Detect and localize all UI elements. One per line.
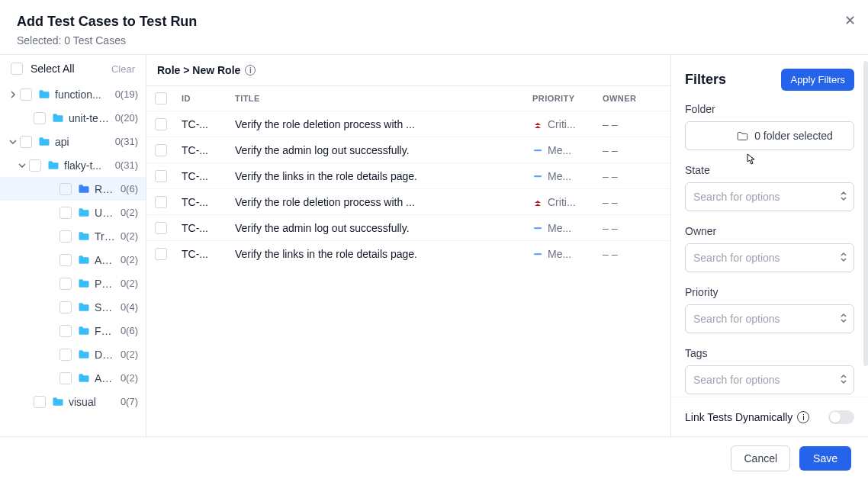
tags-filter-select[interactable]: Search for options bbox=[685, 365, 854, 394]
folder-count: 0(19) bbox=[115, 88, 138, 100]
clear-button[interactable]: Clear bbox=[111, 63, 135, 75]
table-row[interactable]: TC-...Verify the role deletion process w… bbox=[146, 111, 670, 137]
folder-row[interactable]: Func...0(6) bbox=[0, 319, 146, 342]
folder-count: 0(31) bbox=[115, 136, 138, 147]
header-checkbox[interactable] bbox=[155, 92, 167, 104]
row-checkbox[interactable] bbox=[155, 196, 167, 208]
folder-checkbox[interactable] bbox=[59, 278, 72, 290]
info-icon[interactable]: i bbox=[797, 411, 809, 423]
priority-medium-icon bbox=[532, 171, 543, 182]
link-dynamically-label: Link Tests Dynamically bbox=[685, 411, 792, 423]
link-dynamically-toggle[interactable] bbox=[828, 410, 854, 424]
folder-checkbox[interactable] bbox=[34, 396, 46, 408]
folder-checkbox[interactable] bbox=[29, 159, 41, 172]
table-row[interactable]: TC-...Verify the links in the role detai… bbox=[146, 162, 670, 188]
folder-count: 0(2) bbox=[121, 349, 138, 360]
folder-checkbox[interactable] bbox=[59, 230, 72, 243]
filters-panel: Filters Apply Filters Folder 0 folder se… bbox=[671, 55, 868, 436]
modal-header: Add Test Cases to Test Run Selected: 0 T… bbox=[0, 0, 868, 54]
folder-row[interactable]: Appli...0(2) bbox=[0, 366, 146, 390]
row-checkbox[interactable] bbox=[155, 222, 167, 234]
folder-count: 0(2) bbox=[121, 207, 138, 218]
close-icon[interactable]: ✕ bbox=[844, 12, 856, 29]
col-title: TITLE bbox=[229, 94, 526, 103]
folder-name: function... bbox=[55, 88, 112, 101]
modal-footer: Cancel Save bbox=[0, 436, 868, 479]
folder-checkbox[interactable] bbox=[34, 112, 46, 124]
folder-row[interactable]: unit-tests0(20) bbox=[0, 106, 146, 130]
folder-checkbox[interactable] bbox=[59, 301, 72, 313]
priority-medium-icon bbox=[532, 249, 543, 259]
folder-count: 0(2) bbox=[121, 254, 138, 265]
table-row[interactable]: TC-...Verify the admin log out successfu… bbox=[146, 214, 670, 240]
folder-row[interactable]: Usab...0(2) bbox=[0, 201, 146, 224]
row-checkbox[interactable] bbox=[155, 144, 167, 156]
folder-checkbox[interactable] bbox=[59, 183, 72, 195]
folder-row[interactable]: api0(31) bbox=[0, 130, 146, 153]
tc-priority: Me... bbox=[548, 248, 571, 260]
test-case-table-panel: Role > New Role i ID TITLE PRIORITY OWNE… bbox=[146, 55, 671, 436]
tc-priority: Me... bbox=[548, 170, 571, 182]
chevron-down-icon[interactable] bbox=[8, 137, 18, 147]
folder-checkbox[interactable] bbox=[59, 372, 72, 384]
folder-row[interactable]: Appli...0(2) bbox=[0, 248, 146, 272]
folder-checkbox[interactable] bbox=[59, 207, 72, 219]
table-row[interactable]: TC-...Verify the links in the role detai… bbox=[146, 240, 670, 266]
row-checkbox[interactable] bbox=[155, 248, 167, 260]
select-all-checkbox[interactable] bbox=[11, 63, 23, 75]
folder-row[interactable]: visual0(7) bbox=[0, 390, 146, 413]
chevron-updown-icon bbox=[840, 191, 847, 204]
folder-count: 0(6) bbox=[121, 325, 138, 336]
selected-count: Selected: 0 Test Cases bbox=[17, 34, 851, 47]
folder-row[interactable]: Perfo...0(2) bbox=[0, 272, 146, 295]
svg-rect-1 bbox=[534, 175, 542, 177]
state-filter-select[interactable]: Search for options bbox=[685, 182, 854, 211]
folder-name: visual bbox=[69, 396, 117, 408]
row-checkbox[interactable] bbox=[155, 170, 167, 182]
folder-name: Secu... bbox=[95, 301, 117, 313]
chevron-right-icon[interactable] bbox=[8, 89, 18, 100]
col-tags: TAGS bbox=[665, 94, 670, 103]
folder-checkbox[interactable] bbox=[59, 325, 72, 337]
filters-scrollbar[interactable] bbox=[863, 61, 868, 366]
priority-critical-icon bbox=[532, 197, 543, 207]
folder-row[interactable]: function...0(19) bbox=[0, 82, 146, 106]
tc-title: Verify the role deletion process with ..… bbox=[229, 118, 526, 130]
info-icon[interactable]: i bbox=[245, 65, 256, 76]
tc-title: Verify the links in the role details pag… bbox=[229, 248, 526, 260]
owner-filter-select[interactable]: Search for options bbox=[685, 243, 854, 272]
folder-row[interactable]: flaky-t...0(31) bbox=[0, 153, 146, 177]
folder-row[interactable]: Data...0(2) bbox=[0, 342, 146, 366]
folder-checkbox[interactable] bbox=[59, 349, 72, 361]
priority-filter-select[interactable]: Search for options bbox=[685, 304, 854, 333]
folder-count: 0(4) bbox=[121, 301, 138, 313]
col-id: ID bbox=[175, 94, 229, 103]
cursor-icon bbox=[744, 153, 757, 170]
folder-checkbox[interactable] bbox=[20, 136, 32, 148]
folder-sidebar: Select All Clear function...0(19)unit-te… bbox=[0, 55, 146, 436]
folder-row[interactable]: Secu...0(4) bbox=[0, 295, 146, 319]
folder-count: 0(2) bbox=[121, 278, 138, 289]
folder-checkbox[interactable] bbox=[59, 254, 72, 266]
folder-row[interactable]: Role ...0(6) bbox=[0, 177, 146, 201]
priority-critical-icon bbox=[532, 119, 543, 130]
chevron-down-icon[interactable] bbox=[17, 160, 27, 171]
folder-name: Appli... bbox=[95, 372, 117, 384]
folder-row[interactable]: Tran...0(2) bbox=[0, 224, 146, 248]
cancel-button[interactable]: Cancel bbox=[731, 445, 790, 471]
row-checkbox[interactable] bbox=[155, 118, 167, 130]
table-row[interactable]: TC-...Verify the role deletion process w… bbox=[146, 188, 670, 214]
tc-priority: Criti... bbox=[548, 118, 576, 130]
folder-filter-select[interactable]: 0 folder selected bbox=[685, 121, 854, 150]
apply-filters-button[interactable]: Apply Filters bbox=[781, 69, 854, 91]
folder-name: Role ... bbox=[95, 183, 117, 195]
state-filter-label: State bbox=[685, 164, 854, 176]
folder-checkbox[interactable] bbox=[20, 88, 32, 101]
tc-owner: – – bbox=[596, 248, 665, 260]
table-row[interactable]: TC-...Verify the admin log out successfu… bbox=[146, 137, 670, 162]
folder-name: flaky-t... bbox=[64, 159, 112, 172]
folder-count: 0(31) bbox=[115, 159, 138, 171]
save-button[interactable]: Save bbox=[799, 446, 851, 471]
breadcrumb: Role > New Role bbox=[157, 64, 240, 76]
priority-filter-label: Priority bbox=[685, 286, 854, 298]
